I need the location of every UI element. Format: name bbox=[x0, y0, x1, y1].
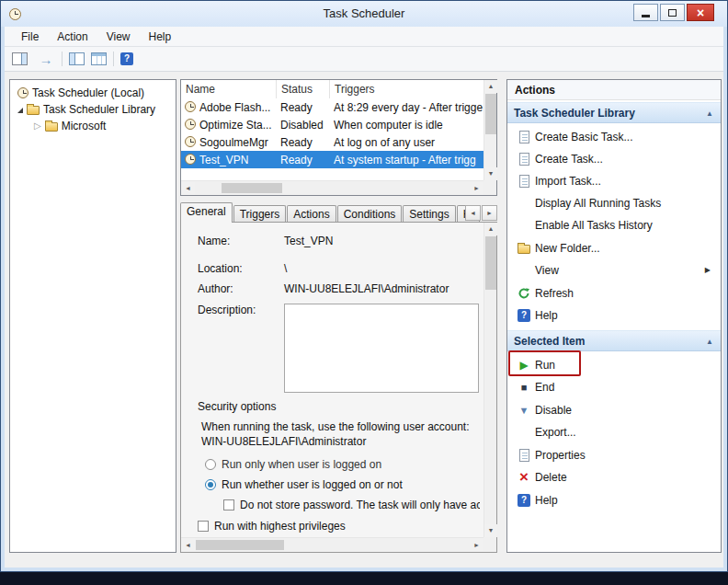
tree-item-task-scheduler-library[interactable]: Task Scheduler Library bbox=[10, 101, 176, 118]
horizontal-scrollbar-thumb[interactable] bbox=[222, 183, 282, 193]
end-icon: ■ bbox=[517, 380, 531, 395]
action-item-help-selected[interactable]: ? Help bbox=[508, 489, 720, 511]
action-item-create-task[interactable]: Create Task... bbox=[508, 148, 720, 170]
radio-run-only-logged-on-label[interactable]: Run only when user is logged on bbox=[222, 458, 381, 471]
collapse-chevron-icon[interactable]: ▲ bbox=[706, 103, 713, 124]
maximize-icon bbox=[668, 9, 677, 17]
radio-run-only-logged-on[interactable] bbox=[205, 459, 216, 470]
cell-name: Test_VPN bbox=[199, 154, 248, 166]
scroll-right-button[interactable]: ► bbox=[470, 181, 483, 195]
scroll-left-button[interactable]: ◄ bbox=[181, 538, 195, 552]
action-item-display-all-running-tasks[interactable]: Display All Running Tasks bbox=[508, 192, 720, 214]
collapse-chevron-icon[interactable]: ▲ bbox=[706, 331, 713, 352]
close-button[interactable]: × bbox=[687, 4, 714, 21]
help-icon[interactable]: ? bbox=[120, 52, 133, 65]
create-task-icon bbox=[517, 152, 531, 166]
tab-scroll-right-button[interactable]: ► bbox=[482, 205, 497, 221]
scroll-down-button[interactable]: ▼ bbox=[484, 524, 497, 537]
help-icon: ? bbox=[517, 308, 531, 323]
vertical-scrollbar-thumb[interactable] bbox=[485, 94, 496, 134]
action-item-new-folder[interactable]: New Folder... bbox=[508, 237, 720, 259]
action-item-refresh[interactable]: Refresh bbox=[508, 282, 720, 304]
action-item-import-task[interactable]: Import Task... bbox=[508, 170, 720, 192]
task-list-horizontal-scrollbar[interactable]: ◄ ► bbox=[181, 180, 483, 195]
title-bar[interactable]: Task Scheduler × bbox=[1, 1, 727, 27]
column-header-status[interactable]: Status bbox=[277, 80, 330, 98]
toolbar: ← → ? bbox=[5, 47, 723, 72]
horizontal-scrollbar-thumb[interactable] bbox=[196, 540, 284, 550]
expander-open-icon[interactable] bbox=[17, 108, 23, 113]
maximize-button[interactable] bbox=[660, 4, 685, 21]
table-row-test-vpn-selected[interactable]: Test_VPN Ready At system startup - After… bbox=[181, 151, 483, 168]
action-item-end[interactable]: ■ End bbox=[508, 376, 720, 398]
section-header-selected-item[interactable]: Selected Item ▲ bbox=[507, 330, 721, 351]
tab-conditions[interactable]: Conditions bbox=[337, 205, 403, 223]
minimize-button[interactable] bbox=[633, 4, 658, 21]
expander-closed-icon[interactable]: ▷ bbox=[34, 121, 41, 131]
task-list-header: Name Status Triggers bbox=[181, 80, 483, 98]
export-list-icon[interactable] bbox=[91, 52, 107, 65]
column-header-name[interactable]: Name bbox=[181, 80, 277, 98]
description-label: Description: bbox=[198, 304, 256, 316]
tab-scroll-left-button[interactable]: ◄ bbox=[465, 205, 481, 221]
action-item-label: Display All Running Tasks bbox=[535, 197, 661, 210]
action-item-delete[interactable]: × Delete bbox=[508, 466, 720, 488]
show-action-pane-icon[interactable] bbox=[12, 52, 28, 65]
vertical-scrollbar-thumb[interactable] bbox=[485, 236, 496, 290]
action-item-properties[interactable]: Properties bbox=[508, 444, 720, 466]
action-item-help-library[interactable]: ? Help bbox=[508, 304, 720, 327]
desktop: Task Scheduler × File Action View Help ←… bbox=[0, 0, 728, 585]
action-item-create-basic-task[interactable]: Create Basic Task... bbox=[508, 126, 720, 148]
action-item-label: Refresh bbox=[535, 287, 574, 300]
action-item-disable[interactable]: ▼ Disable bbox=[508, 399, 720, 421]
menu-help[interactable]: Help bbox=[140, 30, 181, 43]
table-row-adobe-flash[interactable]: Adobe Flash... Ready At 8:29 every day -… bbox=[181, 98, 483, 116]
menu-file[interactable]: File bbox=[12, 30, 48, 43]
radio-run-whether-logged-on[interactable] bbox=[205, 479, 216, 490]
tab-settings[interactable]: Settings bbox=[403, 205, 455, 223]
scrollbar-corner bbox=[483, 180, 496, 195]
tab-general[interactable]: General bbox=[180, 202, 233, 223]
checkbox-run-highest-privileges-label[interactable]: Run with highest privileges bbox=[214, 520, 346, 533]
checkbox-do-not-store-password[interactable] bbox=[223, 499, 234, 510]
checkbox-run-highest-privileges[interactable] bbox=[198, 521, 209, 532]
section-header-task-scheduler-library[interactable]: Task Scheduler Library ▲ bbox=[507, 102, 721, 123]
section-header-label: Selected Item bbox=[514, 335, 585, 348]
description-field[interactable] bbox=[284, 304, 479, 393]
tree-item-task-scheduler-local[interactable]: Task Scheduler (Local) bbox=[10, 85, 176, 101]
tab-triggers[interactable]: Triggers bbox=[233, 205, 287, 223]
scroll-right-button[interactable]: ► bbox=[470, 538, 483, 552]
menu-action[interactable]: Action bbox=[48, 30, 97, 43]
microsoft-folder-icon bbox=[45, 122, 58, 132]
cell-triggers: At log on of any user bbox=[334, 136, 483, 149]
cell-triggers: At 8:29 every day - After trigge bbox=[334, 101, 483, 114]
console-tree-pane: Task Scheduler (Local) Task Scheduler Li… bbox=[9, 79, 176, 553]
tab-actions[interactable]: Actions bbox=[287, 205, 336, 223]
radio-run-whether-logged-on-label[interactable]: Run whether user is logged on or not bbox=[222, 478, 403, 491]
checkbox-do-not-store-password-label[interactable]: Do not store password. The task will onl… bbox=[240, 499, 480, 511]
scroll-left-button[interactable]: ◄ bbox=[181, 181, 195, 195]
table-row-optimize[interactable]: Optimize Sta... Disabled When computer i… bbox=[181, 116, 483, 133]
author-label: Author: bbox=[198, 282, 233, 295]
forward-icon[interactable]: → bbox=[37, 52, 55, 67]
general-horizontal-scrollbar[interactable]: ◄ ► bbox=[181, 537, 483, 552]
scroll-down-button[interactable]: ▼ bbox=[484, 167, 497, 180]
action-item-export[interactable]: Export... bbox=[508, 421, 720, 443]
cell-name: Adobe Flash... bbox=[199, 101, 270, 114]
scroll-up-button[interactable]: ▲ bbox=[484, 80, 497, 93]
action-item-enable-all-tasks-history[interactable]: Enable All Tasks History bbox=[508, 214, 720, 236]
action-item-label: Delete bbox=[535, 471, 567, 484]
table-row-sogoulmemgr[interactable]: SogoulmeMgr Ready At log on of any user bbox=[181, 133, 483, 151]
task-list-vertical-scrollbar[interactable]: ▲ ▼ bbox=[483, 80, 496, 180]
menu-view[interactable]: View bbox=[97, 30, 140, 43]
general-vertical-scrollbar[interactable]: ▲ ▼ bbox=[483, 223, 496, 537]
cell-name: SogoulmeMgr bbox=[199, 136, 268, 149]
action-item-label: Disable bbox=[535, 404, 572, 417]
show-console-tree-icon[interactable] bbox=[69, 52, 85, 65]
action-item-view[interactable]: View ▶ bbox=[508, 259, 720, 281]
name-value[interactable]: Test_VPN bbox=[284, 235, 333, 247]
scroll-up-button[interactable]: ▲ bbox=[484, 223, 497, 235]
column-header-triggers[interactable]: Triggers bbox=[330, 80, 483, 98]
tree-item-microsoft[interactable]: ▷ Microsoft bbox=[10, 118, 176, 134]
task-list-pane: Name Status Triggers Adobe Flash... Read… bbox=[180, 79, 497, 196]
